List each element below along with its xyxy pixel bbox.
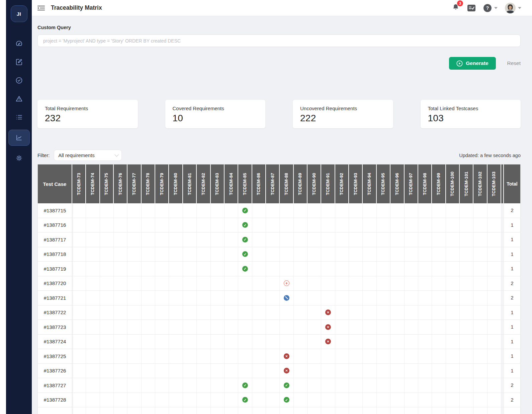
requirement-column-header[interactable]: TCDEM-79 <box>155 164 169 203</box>
status-passed-icon[interactable]: ✓ <box>242 251 248 257</box>
testcase-row-label[interactable]: #1387728 <box>38 393 72 408</box>
requirement-key: TCDEM-97 <box>408 173 414 195</box>
app-logo[interactable]: JI <box>11 5 27 22</box>
requirement-column-header[interactable]: TCDEM-92 <box>335 164 349 203</box>
requirement-column-header[interactable]: TCDEM-97 <box>405 164 418 203</box>
sidebar-item-reports[interactable] <box>8 130 30 146</box>
testcase-row-label[interactable]: #1387725 <box>38 349 72 364</box>
requirements-filter-select[interactable]: All requirements <box>54 150 122 161</box>
requirement-column-header[interactable]: TCDEM-75 <box>100 164 114 203</box>
matrix-cell[interactable]: ✓ <box>280 378 293 393</box>
testcase-row-label[interactable]: #1387718 <box>38 247 72 262</box>
requirement-column-header[interactable]: TCDEM-80 <box>169 164 183 203</box>
requirement-column-header[interactable]: TCDEM-73 <box>72 164 86 203</box>
requirement-column-header[interactable]: TCDEM-103 <box>487 164 501 203</box>
status-passed-icon[interactable]: ✓ <box>242 397 248 403</box>
testcase-row-label[interactable]: #1387722 <box>38 305 72 320</box>
status-failed-icon[interactable]: ✕ <box>325 309 331 315</box>
requirement-column-header[interactable]: TCDEM-93 <box>349 164 363 203</box>
sidebar-item-settings[interactable] <box>12 152 26 164</box>
matrix-cell[interactable]: ✕ <box>280 364 293 378</box>
help-menu[interactable]: ? <box>483 4 498 12</box>
generate-button[interactable]: Generate <box>449 57 496 70</box>
matrix-cell <box>86 203 100 218</box>
status-passed-icon[interactable]: ✓ <box>242 237 248 243</box>
requirement-column-header[interactable]: TCDEM-82 <box>197 164 210 203</box>
testcase-row-label[interactable]: #1387716 <box>38 218 72 233</box>
sidebar-item-testcases[interactable] <box>12 74 26 86</box>
requirement-column-header[interactable]: TCDEM-85 <box>238 164 252 203</box>
sidebar-item-create[interactable] <box>12 56 26 68</box>
testcase-row-label[interactable]: #1387723 <box>38 320 72 335</box>
status-passed-icon[interactable]: ✓ <box>242 208 248 213</box>
matrix-cell[interactable]: ✓ <box>238 218 252 233</box>
status-failed-icon[interactable]: ✕ <box>325 324 331 330</box>
testcase-row-label[interactable]: #1387724 <box>38 335 72 349</box>
matrix-cell[interactable]: ✓ <box>280 393 293 408</box>
matrix-cell[interactable]: ✓ <box>238 232 252 247</box>
status-passed-icon[interactable]: ✓ <box>284 383 289 388</box>
requirement-column-header[interactable]: TCDEM-86 <box>252 164 266 203</box>
requirement-column-header[interactable]: TCDEM-76 <box>114 164 127 203</box>
requirement-column-header[interactable]: TCDEM-77 <box>127 164 141 203</box>
requirement-column-header[interactable]: TCDEM-90 <box>307 164 321 203</box>
testcase-row-label[interactable]: #1387715 <box>38 203 72 218</box>
requirement-column-header[interactable]: TCDEM-89 <box>294 164 307 203</box>
requirement-column-header[interactable]: TCDEM-78 <box>142 164 155 203</box>
requirement-column-header[interactable]: TCDEM-83 <box>211 164 225 203</box>
testcase-row-label[interactable]: #1387721 <box>38 291 72 305</box>
requirement-column-header[interactable]: TCDEM-99 <box>432 164 446 203</box>
matrix-cell[interactable]: ✓ <box>238 378 252 393</box>
status-passed-icon[interactable]: ✓ <box>284 397 289 403</box>
test-runs-button[interactable] <box>467 4 476 12</box>
user-menu[interactable] <box>505 3 521 13</box>
requirement-column-header[interactable]: TCDEM-88 <box>280 164 293 203</box>
requirement-column-header[interactable]: TCDEM-74 <box>86 164 100 203</box>
matrix-cell[interactable]: ✓ <box>238 247 252 262</box>
matrix-cell[interactable]: ✕ <box>321 320 335 335</box>
matrix-cell[interactable]: ✓ <box>238 262 252 276</box>
status-failed-icon[interactable]: ✕ <box>284 368 289 373</box>
reset-button[interactable]: Reset <box>507 60 521 66</box>
testcase-row-label[interactable]: #1387717 <box>38 232 72 247</box>
status-passed-icon[interactable]: ✓ <box>242 266 248 272</box>
requirement-column-header[interactable]: TCDEM-101 <box>460 164 473 203</box>
requirement-column-header[interactable]: TCDEM-96 <box>390 164 404 203</box>
sidebar-item-list[interactable] <box>12 111 26 123</box>
matrix-cell <box>280 335 293 349</box>
sidebar-item-defects[interactable] <box>12 93 26 105</box>
requirement-column-header[interactable]: TCDEM-81 <box>183 164 197 203</box>
status-failed-icon[interactable]: ✕ <box>284 353 289 359</box>
requirement-column-header[interactable]: TCDEM-102 <box>473 164 487 203</box>
testcase-row-label[interactable]: #1387719 <box>38 262 72 276</box>
matrix-cell[interactable]: ✕ <box>321 305 335 320</box>
requirement-column-header[interactable]: TCDEM-95 <box>377 164 390 203</box>
requirement-column-header[interactable]: TCDEM-94 <box>363 164 376 203</box>
requirement-column-header[interactable]: TCDEM-100 <box>446 164 460 203</box>
status-passed-icon[interactable]: ✓ <box>242 222 248 228</box>
requirement-column-header[interactable]: TCDEM-91 <box>321 164 335 203</box>
status-notrun-icon[interactable] <box>284 295 289 301</box>
matrix-cell[interactable] <box>280 291 293 305</box>
testcase-row-label[interactable]: #1387726 <box>38 364 72 378</box>
sidebar-item-dashboard[interactable] <box>12 38 26 50</box>
testcase-row-label[interactable]: #1387720 <box>38 276 72 291</box>
matrix-cell[interactable]: ✓ <box>238 203 252 218</box>
requirement-column-header[interactable]: TCDEM-87 <box>266 164 280 203</box>
matrix-cell[interactable]: ✕ <box>321 335 335 349</box>
requirement-column-header[interactable]: TCDEM-84 <box>225 164 238 203</box>
updated-timestamp: Updated: a few seconds ago <box>459 153 521 158</box>
testcase-row-label[interactable]: #1387727 <box>38 378 72 393</box>
status-passed-icon[interactable]: ✓ <box>242 383 248 388</box>
matrix-cell[interactable]: ✓ <box>238 393 252 408</box>
matrix-cell <box>183 232 197 247</box>
status-failed-icon[interactable]: ✕ <box>325 339 331 344</box>
menu-unfold-icon[interactable] <box>37 5 45 11</box>
matrix-cell[interactable]: ✕ <box>280 349 293 364</box>
status-inprogress-icon[interactable]: + <box>284 280 289 286</box>
custom-query-input[interactable] <box>37 34 521 47</box>
requirement-column-header[interactable]: TCDEM-98 <box>418 164 432 203</box>
matrix-cell <box>321 364 335 378</box>
notifications-button[interactable]: 3 <box>452 3 460 13</box>
matrix-cell[interactable]: + <box>280 276 293 291</box>
